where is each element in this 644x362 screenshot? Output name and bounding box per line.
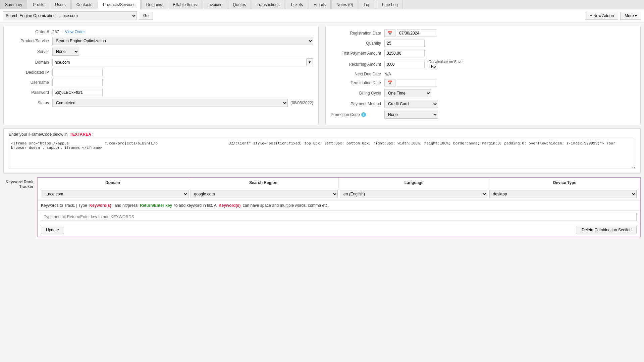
- username-input[interactable]: [52, 79, 103, 86]
- password-input[interactable]: [52, 89, 103, 96]
- tab-bar: Summary Profile Users Contacts Products/…: [0, 0, 644, 9]
- new-addon-button[interactable]: + New Addon: [586, 12, 619, 20]
- keyword-language-select[interactable]: en (English): [340, 190, 487, 198]
- update-button[interactable]: Update: [41, 226, 64, 234]
- toolbar: Search Engine Optimization - ...nce.com …: [0, 9, 644, 22]
- next-due-label: Next Due Date: [331, 72, 384, 76]
- server-row: Server None: [9, 48, 313, 56]
- server-select[interactable]: None: [52, 48, 79, 56]
- keyword-space-hint: Keyword(s): [219, 203, 240, 208]
- keyword-col-domain-header: Domain: [38, 178, 188, 188]
- dedicated-ip-label: Dedicated IP: [9, 70, 52, 75]
- tab-profile[interactable]: Profile: [28, 0, 49, 9]
- domain-dropdown-button[interactable]: ▾: [307, 58, 313, 66]
- keyword-input[interactable]: [41, 213, 637, 221]
- tab-products-services[interactable]: Products/Services: [98, 0, 141, 9]
- keyword-col-device-type-header: Device Type: [489, 178, 640, 188]
- keyword-track-instruction: Keywords to Track. | Type Keyword(s) , a…: [38, 200, 640, 211]
- product-service-control: Search Engine Optimization: [52, 37, 313, 45]
- tab-transactions[interactable]: Transactions: [252, 0, 284, 9]
- tab-users[interactable]: Users: [50, 0, 70, 9]
- domain-label: Domain: [9, 60, 52, 65]
- iframe-code-textarea[interactable]: <iframe src="https://app.s r.com/project…: [9, 139, 635, 169]
- recurring-control: Recalculate on Save No: [384, 60, 635, 69]
- server-label: Server: [9, 49, 52, 54]
- billing-cycle-control: One Time Monthly Quarterly Semi-Annually…: [384, 89, 635, 97]
- promo-code-row: Promotion Code i None: [331, 111, 635, 119]
- tab-quotes[interactable]: Quotes: [228, 0, 251, 9]
- tab-emails[interactable]: Emails: [309, 0, 331, 9]
- promo-code-select[interactable]: None: [384, 111, 438, 119]
- quantity-row: Quantity: [331, 40, 635, 47]
- keyword-input-row: [38, 211, 640, 223]
- registration-date-group: 📅: [384, 29, 635, 37]
- keyword-rank-tracker-section: Domain Search Region Language Device Typ…: [37, 177, 641, 237]
- registration-date-calendar-button[interactable]: 📅: [384, 29, 395, 37]
- password-row: Password: [9, 89, 313, 96]
- payment-method-row: Payment Method Credit Card PayPal Bank T…: [331, 100, 635, 108]
- next-due-value: N/A: [384, 72, 391, 76]
- more-button[interactable]: More ▾: [620, 12, 641, 20]
- payment-method-select[interactable]: Credit Card PayPal Bank Transfer Check: [384, 100, 438, 108]
- keyword-device-type-select[interactable]: desktop: [489, 190, 637, 198]
- domain-input[interactable]: [52, 59, 307, 66]
- textarea-keyword: TEXTAREA: [70, 132, 91, 137]
- domain-control: ▾: [52, 58, 313, 66]
- promo-code-control: None: [384, 111, 635, 119]
- product-service-select[interactable]: Search Engine Optimization: [52, 37, 313, 45]
- form-left: Order # 267 - View Order Product/Service…: [3, 26, 319, 125]
- form-section: Order # 267 - View Order Product/Service…: [3, 26, 641, 125]
- domain-row: Domain ▾: [9, 58, 313, 66]
- keyword-domain-select[interactable]: ...nce.com: [41, 190, 189, 198]
- termination-date-label: Termination Date: [331, 80, 384, 85]
- tab-tickets[interactable]: Tickets: [285, 0, 308, 9]
- delete-combination-button[interactable]: Delete Combination Section: [577, 226, 637, 234]
- keyword-search-region-select[interactable]: google.com: [191, 190, 338, 198]
- quantity-control: [384, 40, 635, 47]
- form-right: Registration Date 📅 Quantity First Payme…: [325, 26, 641, 125]
- tab-time-log[interactable]: Time Log: [376, 0, 403, 9]
- server-control: None: [52, 48, 313, 56]
- keyword-actions-row: Update Delete Combination Section: [38, 223, 640, 237]
- promo-code-info-icon[interactable]: i: [361, 112, 366, 117]
- status-control: Completed (08/08/2022): [52, 99, 313, 107]
- quantity-input[interactable]: [384, 40, 425, 47]
- keyword-enter-hint: Return/Enter key: [140, 203, 172, 208]
- first-payment-control: [384, 50, 635, 57]
- username-control: [52, 79, 313, 86]
- status-row: Status Completed (08/08/2022): [9, 99, 313, 107]
- order-label: Order #: [9, 29, 52, 34]
- first-payment-input[interactable]: [384, 50, 425, 57]
- dedicated-ip-input[interactable]: [52, 69, 103, 76]
- toolbar-right: + New Addon More ▾: [586, 12, 641, 20]
- registration-date-row: Registration Date 📅: [331, 29, 635, 37]
- status-date: (08/08/2022): [290, 101, 313, 105]
- recalculate-label: Recalculate on Save: [429, 60, 463, 64]
- status-select[interactable]: Completed: [52, 99, 288, 107]
- recurring-amount-input[interactable]: [384, 61, 425, 68]
- keyword-rank-section-wrapper: Keyword Rank Tracker Domain Search Regio…: [3, 177, 641, 241]
- billing-cycle-select[interactable]: One Time Monthly Quarterly Semi-Annually…: [384, 89, 431, 97]
- iframe-code-section: Enter your iFrame/Code below in TEXTAREA…: [3, 128, 641, 174]
- tab-log[interactable]: Log: [359, 0, 375, 9]
- tab-contacts[interactable]: Contacts: [71, 0, 97, 9]
- tab-domains[interactable]: Domains: [141, 0, 167, 9]
- billing-cycle-label: Billing Cycle: [331, 91, 384, 96]
- service-search-select[interactable]: Search Engine Optimization - ...nce.com: [3, 11, 137, 20]
- termination-date-calendar-button[interactable]: 📅: [384, 79, 395, 86]
- recalculate-no-button[interactable]: No: [429, 64, 438, 69]
- tab-notes[interactable]: Notes (0): [331, 0, 358, 9]
- termination-date-input[interactable]: [397, 79, 437, 86]
- quantity-label: Quantity: [331, 41, 384, 46]
- order-row: Order # 267 - View Order: [9, 29, 313, 34]
- first-payment-label: First Payment Amount: [331, 51, 384, 56]
- tab-invoices[interactable]: Invoices: [203, 0, 227, 9]
- recurring-row: Recurring Amount Recalculate on Save No: [331, 60, 635, 69]
- view-order-link[interactable]: View Order: [65, 29, 85, 34]
- tab-billable-items[interactable]: Billable Items: [168, 0, 202, 9]
- registration-date-input[interactable]: [397, 29, 437, 37]
- main-content: Order # 267 - View Order Product/Service…: [0, 22, 644, 244]
- password-control: [52, 89, 313, 96]
- tab-summary[interactable]: Summary: [0, 0, 27, 9]
- go-button[interactable]: Go: [139, 12, 153, 20]
